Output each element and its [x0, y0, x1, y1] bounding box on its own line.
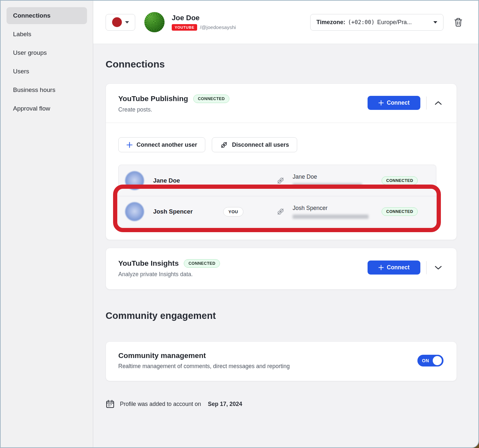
community-management-card: Community management Realtime management…	[106, 341, 457, 381]
sidebar-item-connections[interactable]: Connections	[7, 7, 87, 24]
disconnect-all-users-button[interactable]: Disconnect all users	[212, 137, 297, 152]
divider	[426, 261, 427, 274]
status-badge: CONNECTED	[382, 176, 418, 185]
chevron-down-icon	[125, 21, 129, 23]
timezone-region: Europe/Pra...	[377, 19, 412, 26]
page-title: Connections	[106, 59, 457, 70]
avatar	[144, 12, 165, 32]
profile-header: Joe Doe YOUTUBE /@joedoesayshi Timezone:…	[93, 1, 478, 44]
plus-icon	[378, 100, 384, 106]
unlink-icon[interactable]	[276, 207, 285, 216]
you-badge: YOU	[223, 207, 243, 217]
user-row-jane-doe[interactable]: Jane Doe Jane Doe	[119, 165, 436, 196]
delete-profile-button[interactable]	[454, 18, 463, 27]
connect-button[interactable]: Connect	[368, 96, 420, 110]
sidebar-item-business-hours[interactable]: Business hours	[7, 82, 87, 98]
publishing-card-title: YouTube Publishing	[118, 95, 188, 103]
divider	[426, 97, 427, 110]
community-management-title: Community management	[118, 351, 417, 360]
account-details: Jane Doe	[293, 173, 382, 187]
sidebar-item-user-groups[interactable]: User groups	[7, 44, 87, 61]
network-dot-icon	[112, 17, 122, 27]
profile-handle: /@joedoesayshi	[200, 24, 236, 30]
toggle-knob	[433, 356, 442, 365]
connections-page: Connections YouTube Publishing CONNECTED…	[93, 44, 478, 447]
status-badge: CONNECTED	[193, 95, 229, 103]
youtube-badge: YOUTUBE	[172, 24, 197, 31]
community-management-subtitle: Realtime management of comments, direct …	[118, 363, 417, 370]
expand-card-button[interactable]	[432, 263, 444, 272]
profile-subline: YOUTUBE /@joedoesayshi	[172, 24, 236, 31]
unlink-icon	[220, 141, 228, 149]
network-selector-dropdown[interactable]	[106, 14, 135, 31]
avatar	[125, 202, 144, 221]
status-badge: CONNECTED	[184, 259, 220, 268]
connect-another-user-button[interactable]: Connect another user	[118, 137, 205, 152]
redacted-account-id	[293, 215, 369, 219]
account-name: Josh Spencer	[293, 205, 382, 212]
chevron-down-icon	[433, 21, 437, 23]
note-date: Sep 17, 2024	[208, 401, 242, 408]
calendar-icon	[106, 399, 115, 409]
connected-users-list: Jane Doe Jane Doe	[118, 165, 436, 227]
chevron-up-icon	[434, 101, 442, 105]
unlink-icon[interactable]	[276, 176, 285, 185]
youtube-publishing-card: YouTube Publishing CONNECTED Create post…	[106, 83, 457, 240]
profile-summary: Joe Doe YOUTUBE /@joedoesayshi	[144, 12, 236, 32]
timezone-offset: (+02:00)	[348, 19, 375, 25]
insights-card-subtitle: Analyze private Insights data.	[118, 271, 368, 278]
redacted-account-id	[293, 183, 362, 187]
community-engagement-title: Community engagement	[106, 310, 457, 321]
community-management-toggle[interactable]: ON	[417, 355, 443, 366]
connect-button[interactable]: Connect	[368, 261, 420, 275]
sidebar-item-users[interactable]: Users	[7, 63, 87, 80]
insights-card-title: YouTube Insights	[118, 259, 179, 268]
sidebar-item-labels[interactable]: Labels	[7, 26, 87, 43]
user-name: Josh Spencer	[153, 208, 223, 215]
youtube-insights-card: YouTube Insights CONNECTED Analyze priva…	[106, 248, 457, 290]
user-row-josh-spencer[interactable]: Josh Spencer YOU	[119, 196, 436, 227]
sidebar-item-approval-flow[interactable]: Approval flow	[7, 100, 87, 117]
profile-added-note: Profile was added to account on Sep 17, …	[106, 399, 457, 409]
status-badge: CONNECTED	[382, 207, 418, 216]
avatar	[125, 171, 144, 190]
note-text: Profile was added to account on	[120, 401, 201, 408]
profile-name: Joe Doe	[172, 14, 236, 22]
content-column: Joe Doe YOUTUBE /@joedoesayshi Timezone:…	[93, 1, 478, 447]
account-name: Jane Doe	[293, 173, 382, 180]
account-details: Josh Spencer	[293, 205, 382, 219]
trash-icon	[454, 18, 463, 27]
app-window: Connections Labels User groups Users Bus…	[0, 0, 479, 448]
user-name: Jane Doe	[153, 177, 223, 184]
profile-info: Joe Doe YOUTUBE /@joedoesayshi	[172, 14, 236, 31]
plus-icon	[126, 142, 133, 148]
settings-sidebar: Connections Labels User groups Users Bus…	[1, 1, 93, 447]
timezone-dropdown[interactable]: Timezone: (+02:00) Europe/Pra...	[310, 14, 443, 31]
collapse-card-button[interactable]	[432, 99, 444, 107]
toggle-on-label: ON	[422, 358, 429, 363]
publishing-card-subtitle: Create posts.	[118, 106, 368, 113]
timezone-label: Timezone:	[316, 19, 345, 26]
plus-icon	[378, 265, 384, 270]
chevron-down-icon	[434, 265, 442, 270]
